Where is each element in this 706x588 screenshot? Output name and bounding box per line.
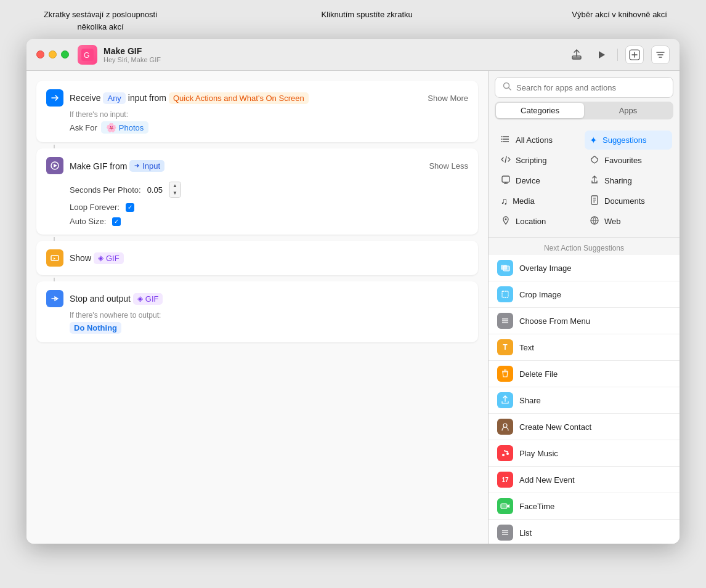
action-stop: Stop and output ◈ GIF If there's nowhere… (36, 281, 478, 342)
crop-image-label: Crop Image (519, 290, 561, 299)
show-more-link[interactable]: Show More (428, 94, 468, 103)
maximize-button[interactable] (61, 50, 69, 58)
seconds-label: Seconds Per Photo: (70, 185, 141, 195)
suggestion-crop-image[interactable]: Crop Image (489, 281, 680, 308)
seconds-stepper[interactable]: ▲ ▼ (169, 182, 181, 198)
filter-button[interactable] (651, 46, 670, 64)
choose-from-menu-icon (497, 313, 513, 329)
add-event-icon: 17 (497, 472, 513, 488)
loop-checkbox[interactable]: ✓ (126, 203, 134, 212)
suggestions-icon: ✦ (590, 135, 598, 146)
show-less-link[interactable]: Show Less (429, 161, 468, 171)
category-tabs: Categories Apps (495, 102, 673, 119)
category-all-actions[interactable]: All Actions (496, 131, 583, 150)
action-show: Show ◈ GIF (36, 241, 478, 275)
svg-rect-21 (502, 176, 509, 182)
category-suggestions[interactable]: ✦ Suggestions (585, 131, 672, 150)
annotation-right: Výběr akcí v knihovně akcí (572, 9, 667, 33)
minimize-button[interactable] (49, 50, 57, 58)
svg-point-19 (501, 139, 503, 140)
suggestion-play-music[interactable]: Play Music (489, 440, 680, 467)
action-library: Categories Apps (489, 71, 680, 544)
favourites-icon (590, 155, 599, 166)
tab-categories[interactable]: Categories (496, 103, 584, 118)
list-icon (497, 525, 513, 541)
search-bar[interactable] (495, 77, 673, 98)
run-button[interactable] (593, 46, 610, 63)
make-gif-details: Seconds Per Photo: 0.05 ▲ ▼ Loop Forever… (70, 182, 468, 226)
category-device[interactable]: Device (496, 171, 583, 190)
category-documents[interactable]: Documents (585, 191, 672, 211)
facetime-icon (497, 498, 513, 514)
category-favourites-label: Favourites (604, 156, 642, 165)
category-sharing-label: Sharing (604, 176, 632, 185)
list-label: List (519, 528, 532, 538)
action-make-gif-icon (46, 157, 63, 174)
overlay-image-icon (497, 260, 513, 276)
suggestion-facetime[interactable]: FaceTime (489, 493, 680, 520)
add-event-label: Add New Event (519, 475, 575, 485)
app-subtitle: Hey Siri, Make GIF (103, 56, 161, 63)
category-suggestions-label: Suggestions (603, 135, 647, 145)
annotation-left: Zkratky sestávají z posloupnosti několik… (39, 9, 162, 33)
category-sharing[interactable]: Sharing (585, 171, 672, 190)
loop-label: Loop Forever: (70, 203, 120, 212)
close-button[interactable] (36, 50, 44, 58)
device-icon (501, 175, 511, 187)
action-stop-text: Stop and output ◈ GIF (70, 293, 468, 305)
seconds-value[interactable]: 0.05 (147, 185, 163, 195)
category-scripting[interactable]: Scripting (496, 151, 583, 170)
svg-point-39 (502, 454, 505, 456)
stepper-down[interactable]: ▼ (169, 190, 181, 197)
play-music-label: Play Music (519, 449, 558, 458)
categories-grid: All Actions ✦ Suggestions Scripting (489, 124, 680, 238)
any-pill[interactable]: Any (103, 92, 125, 104)
do-nothing-pill[interactable]: Do Nothing (70, 322, 121, 334)
tab-apps[interactable]: Apps (584, 103, 672, 118)
suggestion-create-contact[interactable]: Create New Contact (489, 414, 680, 440)
svg-point-20 (501, 141, 503, 142)
gif-pill-show[interactable]: ◈ GIF (94, 252, 124, 264)
svg-rect-41 (501, 504, 507, 509)
input-pill[interactable]: Input (129, 160, 164, 172)
annotation-center: Kliknutím spustíte zkratku (322, 9, 413, 33)
suggestions-header: Next Action Suggestions (489, 238, 680, 255)
category-web-label: Web (604, 217, 621, 226)
text-label: Text (519, 343, 534, 352)
stepper-up[interactable]: ▲ (169, 182, 181, 190)
source-pill[interactable]: Quick Actions and What's On Screen (169, 92, 309, 104)
category-media[interactable]: ♫ Media (496, 191, 583, 211)
suggestion-add-event[interactable]: 17 Add New Event (489, 467, 680, 493)
svg-rect-32 (502, 291, 508, 297)
suggestion-choose-from-menu[interactable]: Choose From Menu (489, 308, 680, 334)
suggestion-text[interactable]: T Text (489, 334, 680, 361)
share-button[interactable] (568, 46, 585, 63)
svg-point-18 (501, 136, 503, 137)
svg-line-14 (509, 88, 511, 91)
ask-for-pill[interactable]: 🌸 Photos (101, 121, 148, 134)
category-web[interactable]: Web (585, 212, 672, 231)
svg-rect-31 (503, 266, 509, 271)
suggestion-list[interactable]: List (489, 520, 680, 544)
suggestion-delete-file[interactable]: Delete File (489, 361, 680, 387)
category-location[interactable]: Location (496, 212, 583, 231)
action-receive: Receive Any input from Quick Actions and… (36, 81, 478, 142)
autosize-checkbox[interactable]: ✓ (112, 217, 121, 226)
add-action-button[interactable] (625, 46, 644, 64)
gif-pill-stop[interactable]: ◈ GIF (133, 293, 163, 305)
svg-text:G: G (84, 51, 89, 60)
suggestion-share[interactable]: Share (489, 387, 680, 414)
action-receive-text: Receive Any input from Quick Actions and… (70, 92, 421, 104)
category-favourites[interactable]: Favourites (585, 151, 672, 170)
search-icon (503, 82, 511, 93)
scripting-icon (501, 155, 511, 166)
action-receive-icon (46, 89, 63, 107)
overlay-image-label: Overlay Image (519, 264, 572, 273)
share-icon (497, 392, 513, 408)
text-icon: T (497, 339, 513, 355)
category-location-label: Location (516, 217, 546, 226)
share-label: Share (519, 396, 541, 405)
ask-for-label: Ask For (70, 123, 97, 132)
suggestion-overlay-image[interactable]: Overlay Image (489, 255, 680, 281)
search-input[interactable] (516, 83, 665, 92)
